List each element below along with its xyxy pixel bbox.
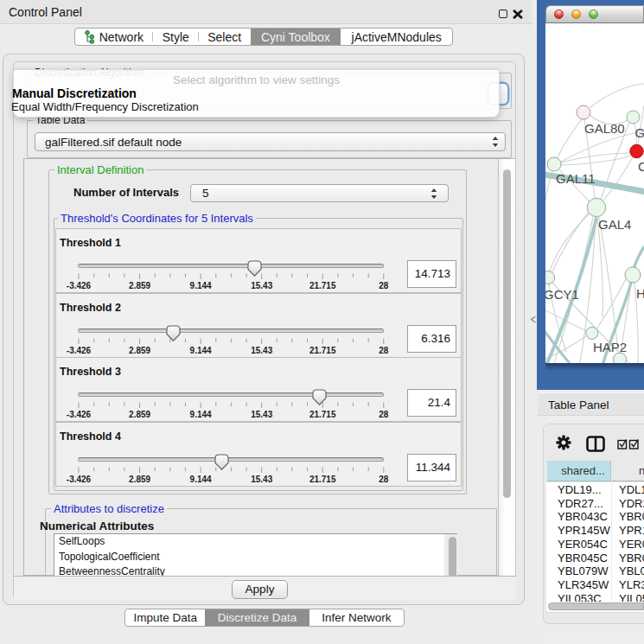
svg-text:C: C (638, 159, 644, 174)
svg-text:HAP2: HAP2 (593, 340, 627, 354)
svg-text:G.: G. (635, 125, 644, 140)
svg-text:GAL11: GAL11 (556, 171, 596, 186)
svg-text:GAL80: GAL80 (584, 121, 625, 136)
svg-text:H: H (636, 286, 644, 301)
svg-text:GAL4: GAL4 (598, 217, 631, 232)
svg-text:GCY1: GCY1 (545, 287, 579, 302)
